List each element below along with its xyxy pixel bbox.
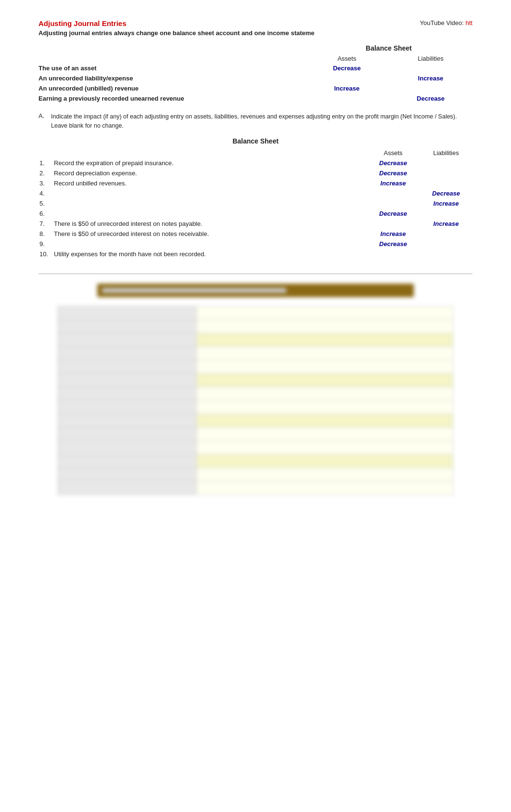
exercise-section: Balance Sheet Assets Liabilities 1. Reco… bbox=[38, 137, 473, 259]
concept-assets-2: Increase bbox=[305, 83, 389, 93]
exercise-liabilities-9 bbox=[420, 249, 473, 259]
exercise-num-0: 1. bbox=[38, 158, 52, 168]
exercise-desc-8 bbox=[52, 239, 367, 249]
exercise-liabilities-8 bbox=[420, 239, 473, 249]
exercise-row: 5. Increase bbox=[38, 198, 473, 209]
blurred-row bbox=[58, 319, 453, 333]
exercise-row: 9. Decrease bbox=[38, 239, 473, 249]
concept-row: An unrecorded liability/expense Increase bbox=[38, 73, 473, 83]
blurred-right bbox=[196, 454, 453, 468]
exercise-desc-1: Record depreciation expense. bbox=[52, 168, 367, 178]
exercise-col-assets: Assets bbox=[367, 148, 420, 158]
blurred-left bbox=[59, 360, 197, 373]
blurred-right bbox=[196, 373, 453, 387]
exercise-row: 7. There is $50 of unrecorded interest o… bbox=[38, 219, 473, 229]
concept-liabilities-0 bbox=[389, 63, 473, 73]
concept-label-0: The use of an asset bbox=[38, 63, 305, 73]
exercise-desc-9: Utility expenses for the month have not … bbox=[52, 249, 367, 259]
exercise-desc-4 bbox=[52, 198, 367, 209]
blurred-row bbox=[58, 360, 453, 373]
blurred-row bbox=[58, 346, 453, 360]
exercise-assets-5: Decrease bbox=[367, 209, 420, 219]
exercise-row: 3. Record unbilled revenues. Increase bbox=[38, 178, 473, 188]
exercise-liabilities-7 bbox=[420, 229, 473, 239]
concept-assets-1 bbox=[305, 73, 389, 83]
blurred-left bbox=[59, 468, 197, 481]
blurred-right bbox=[196, 414, 453, 427]
blurred-right bbox=[196, 468, 453, 481]
exercise-liabilities-2 bbox=[420, 178, 473, 188]
exercise-desc-7: There is $50 of unrecorded interest on n… bbox=[52, 229, 367, 239]
exercise-table: Assets Liabilities 1. Record the expirat… bbox=[38, 148, 473, 259]
exercise-desc-3 bbox=[52, 188, 367, 198]
blurred-left bbox=[59, 441, 197, 454]
blurred-left bbox=[59, 306, 197, 319]
concept-row: Earning a previously recorded unearned r… bbox=[38, 93, 473, 104]
concept-assets-0: Decrease bbox=[305, 63, 389, 73]
blurred-row bbox=[58, 454, 453, 468]
exercise-num-1: 2. bbox=[38, 168, 52, 178]
blurred-row bbox=[58, 306, 453, 319]
exercise-assets-8: Decrease bbox=[367, 239, 420, 249]
exercise-row: 6. Decrease bbox=[38, 209, 473, 219]
exercise-assets-3 bbox=[367, 188, 420, 198]
blurred-right bbox=[196, 481, 453, 495]
exercise-assets-0: Decrease bbox=[367, 158, 420, 168]
exercise-num-4: 5. bbox=[38, 198, 52, 209]
blurred-right bbox=[196, 427, 453, 441]
blurred-title-text bbox=[102, 288, 286, 293]
exercise-liabilities-1 bbox=[420, 168, 473, 178]
instructions-letter: A. bbox=[38, 112, 49, 119]
exercise-row: 10. Utility expenses for the month have … bbox=[38, 249, 473, 259]
exercise-col-liabilities: Liabilities bbox=[420, 148, 473, 158]
concept-liabilities-3: Decrease bbox=[389, 93, 473, 104]
youtube-label: YouTube Video: htt bbox=[420, 19, 473, 26]
exercise-desc-6: There is $50 of unrecorded interest on n… bbox=[52, 219, 367, 229]
blurred-right bbox=[196, 360, 453, 373]
exercise-row: 8. There is $50 of unrecorded interest o… bbox=[38, 229, 473, 239]
concept-label-3: Earning a previously recorded unearned r… bbox=[38, 93, 305, 104]
instructions-text: Indicate the impact (if any) of each adj… bbox=[51, 112, 473, 131]
subtitle: Adjusting journal entries always change … bbox=[38, 29, 473, 37]
youtube-link[interactable]: htt bbox=[466, 19, 473, 26]
blurred-left bbox=[59, 346, 197, 360]
blurred-left bbox=[59, 454, 197, 468]
blurred-row bbox=[58, 481, 453, 495]
blurred-row bbox=[58, 468, 453, 481]
exercise-assets-4 bbox=[367, 198, 420, 209]
exercise-assets-7: Increase bbox=[367, 229, 420, 239]
blurred-left bbox=[59, 319, 197, 333]
exercise-num-2: 3. bbox=[38, 178, 52, 188]
exercise-assets-2: Increase bbox=[367, 178, 420, 188]
header-row: Adjusting Journal Entries YouTube Video:… bbox=[38, 19, 473, 27]
blurred-right bbox=[196, 400, 453, 414]
exercise-num-6: 7. bbox=[38, 219, 52, 229]
concept-assets-3 bbox=[305, 93, 389, 104]
instructions-block: A. Indicate the impact (if any) of each … bbox=[38, 112, 473, 131]
page: Adjusting Journal Entries YouTube Video:… bbox=[0, 0, 511, 514]
blurred-left bbox=[59, 414, 197, 427]
exercise-liabilities-6: Increase bbox=[420, 219, 473, 229]
exercise-desc-0: Record the expiration of prepaid insuran… bbox=[52, 158, 367, 168]
exercise-row: 1. Record the expiration of prepaid insu… bbox=[38, 158, 473, 168]
blurred-row bbox=[58, 441, 453, 454]
exercise-liabilities-4: Increase bbox=[420, 198, 473, 209]
concept-table: Balance Sheet Assets Liabilities The use… bbox=[38, 44, 473, 104]
main-title: Adjusting Journal Entries bbox=[38, 19, 127, 27]
concept-row: An unrecorded (unbilled) revenue Increas… bbox=[38, 83, 473, 93]
exercise-desc-5 bbox=[52, 209, 367, 219]
exercise-liabilities-5 bbox=[420, 209, 473, 219]
section-divider bbox=[38, 274, 473, 274]
exercise-assets-1: Decrease bbox=[367, 168, 420, 178]
exercise-liabilities-0 bbox=[420, 158, 473, 168]
concept-col-assets: Assets bbox=[305, 54, 389, 63]
concept-col-liabilities: Liabilities bbox=[389, 54, 473, 63]
exercise-num-9: 10. bbox=[38, 249, 52, 259]
exercise-balance-sheet-header: Balance Sheet bbox=[38, 137, 473, 145]
blurred-right bbox=[196, 441, 453, 454]
blurred-right bbox=[196, 346, 453, 360]
blurred-row bbox=[58, 427, 453, 441]
blurred-left bbox=[59, 387, 197, 400]
blurred-row bbox=[58, 414, 453, 427]
blurred-right bbox=[196, 319, 453, 333]
